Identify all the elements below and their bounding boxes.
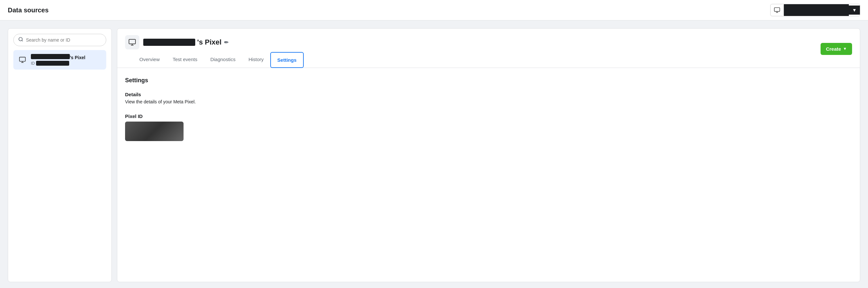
account-name-redacted bbox=[788, 7, 833, 13]
right-panel-header: 's Pixel ✏ Overview Test events Diagnost… bbox=[117, 29, 860, 68]
monitor-icon bbox=[19, 56, 26, 63]
pixel-header-name-text: 's Pixel bbox=[143, 38, 221, 47]
svg-rect-0 bbox=[774, 8, 780, 12]
search-box[interactable] bbox=[13, 34, 106, 46]
account-selector-icon-area bbox=[771, 5, 784, 15]
search-input[interactable] bbox=[26, 37, 101, 42]
svg-line-4 bbox=[22, 40, 23, 41]
details-section: Details View the details of your Meta Pi… bbox=[125, 92, 852, 104]
account-dropdown-button[interactable]: ▼ bbox=[849, 5, 860, 15]
svg-rect-5 bbox=[20, 57, 25, 61]
id-label: ID bbox=[31, 61, 35, 66]
main-content: 's Pixel ID bbox=[0, 21, 868, 288]
top-bar: Data sources ▼ bbox=[0, 0, 868, 21]
right-panel-body: Settings Details View the details of you… bbox=[117, 68, 860, 155]
top-bar-right: ▼ bbox=[770, 4, 860, 16]
details-title: Details bbox=[125, 92, 852, 97]
tab-test-events[interactable]: Test events bbox=[166, 52, 204, 68]
pixel-name-suffix: 's Pixel bbox=[70, 55, 86, 60]
pixel-list-item-name: 's Pixel bbox=[31, 54, 86, 60]
pixel-list-item-icon bbox=[17, 55, 28, 65]
pixel-list-item-id: ID bbox=[31, 61, 86, 66]
create-chevron-icon: ▼ bbox=[843, 47, 847, 51]
pixel-header-name-suffix: 's Pixel bbox=[197, 38, 221, 47]
settings-section-title: Settings bbox=[125, 77, 852, 84]
monitor-header-icon bbox=[128, 38, 136, 46]
tab-settings[interactable]: Settings bbox=[270, 52, 304, 68]
details-desc: View the details of your Meta Pixel. bbox=[125, 99, 852, 104]
pixel-list-item[interactable]: 's Pixel ID bbox=[13, 50, 106, 69]
account-selector[interactable]: ▼ bbox=[770, 4, 860, 16]
tab-diagnostics[interactable]: Diagnostics bbox=[204, 52, 242, 68]
create-button[interactable]: Create ▼ bbox=[820, 43, 852, 55]
page-title: Data sources bbox=[8, 6, 49, 14]
pixel-name-redacted bbox=[31, 54, 70, 59]
create-button-area: Create ▼ bbox=[820, 43, 852, 60]
right-panel: 's Pixel ✏ Overview Test events Diagnost… bbox=[117, 28, 860, 282]
pixel-header-name: 's Pixel ✏ bbox=[143, 38, 228, 47]
tabs: Overview Test events Diagnostics History… bbox=[125, 52, 312, 67]
pixel-list-item-info: 's Pixel ID bbox=[31, 54, 86, 66]
left-panel: 's Pixel ID bbox=[8, 28, 112, 282]
create-button-label: Create bbox=[826, 46, 841, 52]
tab-overview[interactable]: Overview bbox=[133, 52, 166, 68]
pixel-id-redacted bbox=[38, 61, 67, 65]
svg-point-3 bbox=[19, 37, 23, 41]
pixel-header-icon bbox=[125, 35, 140, 50]
right-panel-header-left: 's Pixel ✏ Overview Test events Diagnost… bbox=[125, 35, 312, 67]
pixel-id-section: Pixel ID bbox=[125, 113, 852, 141]
account-name bbox=[784, 4, 849, 16]
edit-icon[interactable]: ✏ bbox=[224, 39, 228, 46]
svg-rect-8 bbox=[129, 39, 135, 44]
pixel-id-display bbox=[125, 121, 184, 141]
search-icon bbox=[18, 37, 23, 43]
pixel-header-name-redacted bbox=[143, 39, 195, 46]
pixel-id-label: Pixel ID bbox=[125, 113, 852, 119]
tab-history[interactable]: History bbox=[242, 52, 270, 68]
pixel-id-value-redacted bbox=[36, 61, 69, 66]
monitor-icon bbox=[774, 7, 780, 13]
